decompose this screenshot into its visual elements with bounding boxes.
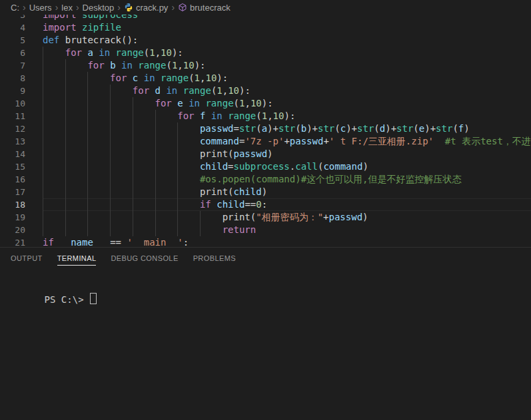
indent-guide	[110, 110, 133, 122]
terminal-cursor	[90, 293, 97, 304]
breadcrumb-item-users[interactable]: Users	[29, 3, 52, 13]
indent-guide	[43, 211, 65, 224]
indent-guide	[65, 173, 88, 186]
code-line[interactable]: 14print(passwd)	[0, 148, 531, 160]
line-content: #os.popen(command)#这个也可以用,但是不好监控解压状态	[43, 173, 531, 186]
line-number[interactable]: 13	[0, 135, 43, 148]
code-line[interactable]: 9for d in range(1,10):	[0, 85, 531, 97]
indent-guide	[177, 148, 200, 160]
indent-guide	[43, 186, 65, 198]
indent-guide	[177, 135, 200, 148]
tab-terminal[interactable]: TERMINAL	[57, 254, 97, 266]
indent-guide	[177, 186, 200, 198]
code-line[interactable]: 12passwd=str(a)+str(b)+str(c)+str(d)+str…	[0, 122, 531, 135]
terminal-prompt: PS C:\>	[45, 294, 89, 305]
line-content: for a in range(1,10):	[43, 47, 531, 59]
indent-guide	[133, 198, 155, 211]
indent-guide	[65, 85, 88, 97]
tab-debug-console[interactable]: DEBUG CONSOLE	[111, 254, 178, 266]
line-number[interactable]: 6	[0, 47, 43, 59]
code-line[interactable]: 8for c in range(1,10):	[0, 72, 531, 85]
code-line[interactable]: 13command='7z -p'+passwd+' t F:/三亚相册.zip…	[0, 135, 531, 148]
terminal[interactable]: PS C:\>	[0, 272, 531, 315]
code-line[interactable]: 20return	[0, 224, 531, 236]
line-content: for b in range(1,10):	[43, 59, 531, 72]
indent-guide	[65, 160, 88, 173]
code-line[interactable]: 17print(child)	[0, 186, 531, 198]
code-line[interactable]: 7for b in range(1,10):	[0, 59, 531, 72]
indent-guide	[87, 211, 110, 224]
line-content: import zipfile	[43, 21, 531, 34]
indent-guide	[133, 148, 155, 160]
code-line[interactable]: 4import zipfile	[0, 21, 531, 34]
line-number[interactable]: 4	[0, 21, 43, 34]
line-content: for e in range(1,10):	[43, 97, 531, 110]
line-number[interactable]: 12	[0, 122, 43, 135]
tab-output[interactable]: OUTPUT	[11, 254, 43, 266]
breadcrumb-file-label: crack.py	[136, 3, 168, 13]
line-number[interactable]: 3	[0, 15, 43, 21]
code-line[interactable]: 11for f in range(1,10):	[0, 110, 531, 122]
code-line[interactable]: 16#os.popen(command)#这个也可以用,但是不好监控解压状态	[0, 173, 531, 186]
line-number[interactable]: 18	[0, 198, 43, 211]
line-number[interactable]: 15	[0, 160, 43, 173]
code-editor[interactable]: 3import subprocess4import zipfile5def br…	[0, 15, 531, 247]
breadcrumb-symbol-label: brutecrack	[190, 3, 231, 13]
indent-guide	[133, 110, 155, 122]
indent-guide	[87, 72, 110, 85]
chevron-right-icon: ›	[117, 3, 121, 12]
line-number[interactable]: 10	[0, 97, 43, 110]
line-number[interactable]: 19	[0, 211, 43, 224]
indent-guide	[87, 160, 110, 173]
indent-guide	[65, 72, 88, 85]
indent-guide	[87, 186, 110, 198]
breadcrumb-item-drive[interactable]: C:	[11, 3, 19, 13]
indent-guide	[133, 97, 155, 110]
indent-guide	[155, 110, 178, 122]
tab-problems[interactable]: PROBLEMS	[193, 254, 236, 266]
code-line[interactable]: 6for a in range(1,10):	[0, 47, 531, 59]
line-number[interactable]: 21	[0, 236, 43, 247]
indent-guide	[43, 160, 65, 173]
line-content: print(child)	[43, 186, 531, 198]
line-number[interactable]: 20	[0, 224, 43, 236]
line-number[interactable]: 5	[0, 34, 43, 47]
breadcrumb-item-desktop[interactable]: Desktop	[83, 3, 115, 13]
indent-guide	[43, 198, 65, 211]
indent-guide	[65, 110, 88, 122]
line-number[interactable]: 17	[0, 186, 43, 198]
line-number[interactable]: 9	[0, 85, 43, 97]
code-line[interactable]: 5def brutecrack():	[0, 34, 531, 47]
line-content: return	[43, 224, 531, 236]
code-line[interactable]: 18if child==0:	[0, 198, 531, 211]
indent-guide	[87, 122, 110, 135]
line-number[interactable]: 8	[0, 72, 43, 85]
indent-guide	[177, 211, 200, 224]
line-number[interactable]: 16	[0, 173, 43, 186]
indent-guide	[155, 198, 178, 211]
line-content: command='7z -p'+passwd+' t F:/三亚相册.zip' …	[43, 135, 531, 148]
indent-guide	[43, 47, 65, 59]
indent-guide	[177, 173, 200, 186]
indent-guide	[110, 122, 133, 135]
indent-guide	[43, 224, 65, 236]
breadcrumb-item-file[interactable]: crack.py	[124, 3, 168, 13]
code-line[interactable]: 3import subprocess	[0, 15, 531, 21]
indent-guide	[110, 135, 133, 148]
line-content: if child==0:	[43, 198, 531, 211]
code-line[interactable]: 19print("相册密码为："+passwd)	[0, 211, 531, 224]
line-number[interactable]: 14	[0, 148, 43, 160]
code-line[interactable]: 10for e in range(1,10):	[0, 97, 531, 110]
breadcrumb-item-symbol[interactable]: brutecrack	[178, 3, 231, 13]
line-number[interactable]: 11	[0, 110, 43, 122]
code-line[interactable]: 15child=subprocess.call(command)	[0, 160, 531, 173]
line-content: import subprocess	[43, 15, 531, 21]
indent-guide	[133, 224, 155, 236]
code-line[interactable]: 21if __name__ == '__main__':	[0, 236, 531, 247]
line-number[interactable]: 7	[0, 59, 43, 72]
chevron-right-icon: ›	[76, 3, 79, 12]
indent-guide	[110, 198, 133, 211]
indent-guide	[155, 211, 178, 224]
indent-guide	[110, 160, 133, 173]
breadcrumb-item-lex[interactable]: lex	[61, 3, 73, 13]
